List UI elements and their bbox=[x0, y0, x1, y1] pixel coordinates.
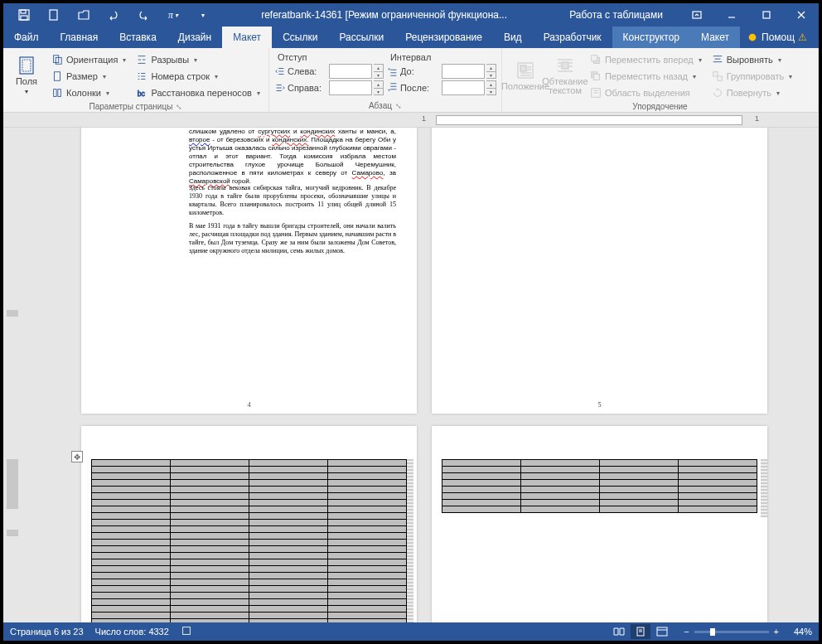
svg-rect-29 bbox=[718, 76, 722, 80]
size-button[interactable]: Размер▾ bbox=[48, 69, 129, 84]
indent-left-spinner[interactable]: ▴▾ bbox=[374, 64, 384, 79]
undo-button[interactable] bbox=[101, 3, 126, 27]
line-numbers-button[interactable]: Номера строк▾ bbox=[133, 69, 263, 84]
columns-button[interactable]: Колонки▾ bbox=[48, 85, 129, 100]
arrange-group-label: Упорядочение bbox=[632, 102, 687, 111]
svg-rect-1 bbox=[21, 10, 26, 13]
svg-rect-28 bbox=[713, 72, 717, 76]
selection-pane-button: Область выделения bbox=[587, 85, 705, 100]
svg-rect-2 bbox=[21, 16, 27, 20]
ribbon-tabs: Файл Главная Вставка Дизайн Макет Ссылки… bbox=[3, 27, 819, 48]
equation-button[interactable]: π▾ bbox=[161, 3, 186, 27]
tab-home[interactable]: Главная bbox=[50, 27, 109, 48]
page-4: слишком удалено от сургутских и кондинск… bbox=[81, 128, 417, 414]
orientation-button[interactable]: Ориентация▾ bbox=[48, 52, 129, 67]
page-7 bbox=[432, 426, 767, 622]
indent-right-input[interactable] bbox=[329, 80, 372, 95]
minimize-button[interactable] bbox=[714, 3, 749, 27]
paragraph-group-label: Абзац bbox=[369, 101, 392, 110]
tab-references[interactable]: Ссылки bbox=[272, 27, 328, 48]
print-layout-button[interactable] bbox=[631, 624, 650, 639]
tab-view[interactable]: Вид bbox=[493, 27, 533, 48]
share-button[interactable]: Общий доступ bbox=[815, 26, 822, 49]
zoom-out-button[interactable]: − bbox=[684, 627, 689, 637]
zoom-in-button[interactable]: + bbox=[774, 627, 779, 637]
wrap-text-button: Обтекание текстом bbox=[547, 51, 583, 100]
space-after-spinner[interactable]: ▴▾ bbox=[486, 80, 496, 95]
svg-rect-6 bbox=[763, 12, 770, 18]
svg-rect-13 bbox=[22, 60, 31, 71]
zoom-level[interactable]: 44% bbox=[784, 627, 812, 637]
space-after-input[interactable] bbox=[442, 80, 485, 95]
indent-right-spinner[interactable]: ▴▾ bbox=[374, 80, 384, 95]
ribbon-options-button[interactable] bbox=[679, 3, 714, 27]
svg-rect-16 bbox=[55, 72, 60, 81]
redo-button[interactable] bbox=[131, 3, 156, 27]
margins-button[interactable]: Поля▾ bbox=[8, 51, 45, 100]
breaks-button[interactable]: Разрывы▾ bbox=[133, 52, 263, 67]
tab-insert[interactable]: Вставка bbox=[109, 27, 167, 48]
zoom-slider[interactable] bbox=[694, 631, 769, 633]
help-button[interactable]: Помощ⚠ bbox=[740, 31, 814, 43]
qat-customize[interactable]: ▾ bbox=[191, 3, 215, 27]
rotate-button: Повернуть▾ bbox=[708, 85, 796, 100]
horizontal-ruler[interactable]: 1 1 2 4 6 8 10 12 14 1 bbox=[3, 113, 819, 128]
align-button[interactable]: Выровнять▾ bbox=[708, 52, 796, 67]
svg-rect-4 bbox=[693, 12, 701, 18]
space-before-input[interactable] bbox=[442, 64, 485, 79]
svg-point-9 bbox=[749, 34, 757, 41]
page-setup-launcher[interactable]: ⤡ bbox=[176, 103, 182, 111]
open-button[interactable] bbox=[71, 3, 96, 27]
svg-rect-3 bbox=[50, 10, 57, 20]
document-area[interactable]: слишком удалено от сургутских и кондинск… bbox=[22, 128, 819, 622]
svg-rect-17 bbox=[54, 90, 57, 97]
tab-table-design[interactable]: Конструктор bbox=[612, 27, 690, 48]
tab-developer[interactable]: Разработчик bbox=[533, 27, 612, 48]
tab-design[interactable]: Дизайн bbox=[167, 27, 222, 48]
group-button: Группировать▾ bbox=[708, 69, 796, 84]
status-macro-icon[interactable] bbox=[181, 625, 192, 638]
window-title: referatbank-14361 [Режим ограниченной фу… bbox=[215, 9, 553, 21]
title-bar: π▾ ▾ referatbank-14361 [Режим ограниченн… bbox=[3, 3, 819, 27]
tab-layout[interactable]: Макет bbox=[222, 27, 272, 48]
ribbon: Поля▾ Ориентация▾ Размер▾ Колонки▾ Разры… bbox=[3, 48, 819, 113]
tab-file[interactable]: Файл bbox=[3, 27, 50, 48]
spacing-label: Интервал bbox=[387, 52, 496, 62]
paragraph-launcher[interactable]: ⤡ bbox=[395, 102, 402, 110]
svg-rect-21 bbox=[520, 65, 526, 71]
tab-table-layout[interactable]: Макет bbox=[690, 27, 740, 48]
document-table-1[interactable] bbox=[91, 459, 407, 622]
svg-rect-32 bbox=[657, 627, 667, 636]
document-table-2[interactable] bbox=[442, 459, 757, 513]
indent-label: Отступ bbox=[274, 52, 384, 62]
position-button: Положение bbox=[507, 51, 544, 100]
svg-rect-22 bbox=[562, 62, 568, 69]
svg-rect-18 bbox=[58, 90, 61, 97]
svg-rect-26 bbox=[593, 74, 599, 80]
table-resize-handle-2[interactable] bbox=[407, 459, 413, 622]
table-tools-context: Работа с таблицами bbox=[553, 9, 679, 21]
svg-rect-30 bbox=[182, 627, 190, 635]
page-setup-group-label: Параметры страницы bbox=[89, 102, 173, 111]
tab-review[interactable]: Рецензирование bbox=[394, 27, 493, 48]
save-button[interactable] bbox=[12, 3, 36, 27]
new-button[interactable] bbox=[41, 3, 66, 27]
status-bar: Страница 6 из 23 Число слов: 4332 − + 44… bbox=[3, 622, 819, 641]
space-before-spinner[interactable]: ▴▾ bbox=[486, 64, 496, 79]
status-page[interactable]: Страница 6 из 23 bbox=[10, 627, 84, 637]
status-words[interactable]: Число слов: 4332 bbox=[95, 627, 169, 637]
hyphenation-button[interactable]: bcРасстановка переносов▾ bbox=[133, 85, 263, 100]
page-5: 5 bbox=[432, 128, 767, 414]
tab-mailings[interactable]: Рассылки bbox=[328, 27, 394, 48]
web-layout-button[interactable] bbox=[652, 624, 672, 639]
maximize-button[interactable] bbox=[749, 3, 784, 27]
table-resize-handle[interactable] bbox=[761, 459, 767, 517]
close-button[interactable] bbox=[784, 3, 819, 27]
read-mode-button[interactable] bbox=[609, 624, 629, 639]
svg-rect-24 bbox=[592, 56, 597, 61]
vertical-ruler[interactable] bbox=[3, 128, 22, 622]
table-move-handle[interactable]: ✥ bbox=[71, 451, 83, 462]
svg-text:bc: bc bbox=[138, 90, 146, 98]
send-backward-button: Переместить назад▾ bbox=[587, 69, 705, 84]
indent-left-input[interactable] bbox=[329, 64, 372, 79]
